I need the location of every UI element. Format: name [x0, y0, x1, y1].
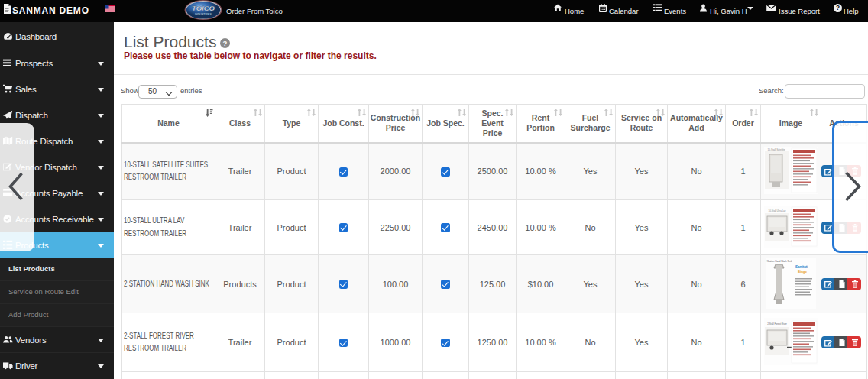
- svg-text:10-Stall Satellite: 10-Stall Satellite: [767, 148, 785, 151]
- svg-text:?: ?: [223, 39, 228, 47]
- svg-text:Sanitati: Sanitati: [795, 265, 808, 269]
- svg-text:?: ?: [836, 5, 840, 11]
- svg-text:2-Stall Forest River: 2-Stall Forest River: [767, 322, 787, 326]
- svg-text:10-Stall Ultra Lav: 10-Stall Ultra Lav: [768, 209, 786, 212]
- svg-text:TOICO: TOICO: [192, 4, 215, 12]
- svg-text:Bingo: Bingo: [798, 269, 807, 273]
- svg-text:2 Station Hand Wash Sink: 2 Station Hand Wash Sink: [766, 260, 792, 263]
- svg-text:INDUSTRIES: INDUSTRIES: [195, 13, 212, 16]
